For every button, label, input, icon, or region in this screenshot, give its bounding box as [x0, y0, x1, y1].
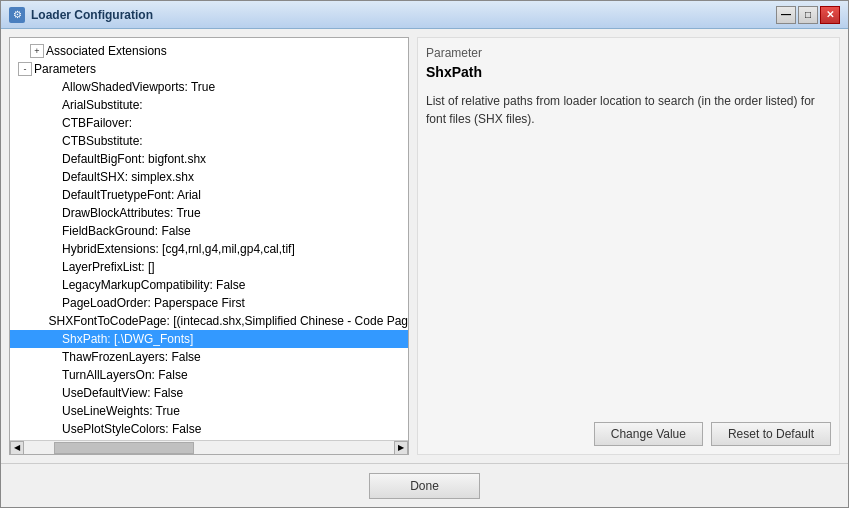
tree-item-label-ctb-failover: CTBFailover:	[62, 116, 132, 130]
param-name: ShxPath	[426, 64, 831, 80]
tree-item-label-shx-font-code: SHXFontToCodePage: [(intecad.shx,Simplif…	[48, 314, 408, 328]
tree-item-label-thaw-frozen: ThawFrozenLayers: False	[62, 350, 201, 364]
window-title: Loader Configuration	[31, 8, 776, 22]
scroll-left-arrow[interactable]: ◀	[10, 441, 24, 455]
tree-item-label-draw-block-attrs: DrawBlockAttributes: True	[62, 206, 201, 220]
tree-item-associated-extensions[interactable]: +Associated Extensions	[10, 42, 408, 60]
scroll-right-arrow[interactable]: ▶	[394, 441, 408, 455]
change-value-button[interactable]: Change Value	[594, 422, 703, 446]
close-button[interactable]: ✕	[820, 6, 840, 24]
tree-item-turn-all-layers[interactable]: TurnAllLayersOn: False	[10, 366, 408, 384]
tree-container[interactable]: +Associated Extensions-ParametersAllowSh…	[10, 38, 408, 440]
tree-item-label-page-load-order: PageLoadOrder: Paperspace First	[62, 296, 245, 310]
main-content: +Associated Extensions-ParametersAllowSh…	[1, 29, 848, 463]
tree-item-label-parameters: Parameters	[34, 62, 96, 76]
tree-item-label-associated-extensions: Associated Extensions	[46, 44, 167, 58]
window-controls: — □ ✕	[776, 6, 840, 24]
tree-item-arial-substitute[interactable]: ArialSubstitute:	[10, 96, 408, 114]
tree-item-thaw-frozen[interactable]: ThawFrozenLayers: False	[10, 348, 408, 366]
tree-item-default-shx[interactable]: DefaultSHX: simplex.shx	[10, 168, 408, 186]
title-bar: ⚙ Loader Configuration — □ ✕	[1, 1, 848, 29]
loader-config-window: ⚙ Loader Configuration — □ ✕ +Associated…	[0, 0, 849, 508]
tree-item-label-arial-substitute: ArialSubstitute:	[62, 98, 143, 112]
tree-item-label-default-shx: DefaultSHX: simplex.shx	[62, 170, 194, 184]
tree-item-shx-path[interactable]: ShxPath: [.\DWG_Fonts]	[10, 330, 408, 348]
tree-item-draw-block-attrs[interactable]: DrawBlockAttributes: True	[10, 204, 408, 222]
tree-item-label-ctb-substitute: CTBSubstitute:	[62, 134, 143, 148]
horizontal-scrollbar[interactable]: ◀ ▶	[10, 440, 408, 454]
bottom-bar: Done	[1, 463, 848, 507]
tree-item-use-default-view[interactable]: UseDefaultView: False	[10, 384, 408, 402]
tree-item-shx-font-code[interactable]: SHXFontToCodePage: [(intecad.shx,Simplif…	[10, 312, 408, 330]
action-buttons: Change Value Reset to Default	[426, 422, 831, 446]
tree-item-legacy-markup[interactable]: LegacyMarkupCompatibility: False	[10, 276, 408, 294]
tree-item-label-hybrid-extensions: HybridExtensions: [cg4,rnl,g4,mil,gp4,ca…	[62, 242, 295, 256]
scroll-thumb[interactable]	[54, 442, 194, 454]
tree-item-hybrid-extensions[interactable]: HybridExtensions: [cg4,rnl,g4,mil,gp4,ca…	[10, 240, 408, 258]
tree-item-ctb-substitute[interactable]: CTBSubstitute:	[10, 132, 408, 150]
param-description: List of relative paths from loader locat…	[426, 92, 831, 128]
maximize-button[interactable]: □	[798, 6, 818, 24]
tree-item-field-background[interactable]: FieldBackGround: False	[10, 222, 408, 240]
tree-item-label-use-plot-style: UsePlotStyleColors: False	[62, 422, 201, 436]
tree-item-label-default-big-font: DefaultBigFont: bigfont.shx	[62, 152, 206, 166]
param-label: Parameter	[426, 46, 831, 60]
parameter-panel: Parameter ShxPath List of relative paths…	[417, 37, 840, 455]
reset-to-default-button[interactable]: Reset to Default	[711, 422, 831, 446]
tree-item-label-use-line-weights: UseLineWeights: True	[62, 404, 180, 418]
tree-item-default-big-font[interactable]: DefaultBigFont: bigfont.shx	[10, 150, 408, 168]
tree-item-default-truetype[interactable]: DefaultTruetypeFont: Arial	[10, 186, 408, 204]
scroll-track	[24, 441, 394, 455]
tree-item-label-layer-prefix: LayerPrefixList: []	[62, 260, 155, 274]
tree-item-label-legacy-markup: LegacyMarkupCompatibility: False	[62, 278, 245, 292]
window-icon: ⚙	[9, 7, 25, 23]
done-button[interactable]: Done	[369, 473, 480, 499]
tree-item-page-load-order[interactable]: PageLoadOrder: Paperspace First	[10, 294, 408, 312]
tree-item-layer-prefix[interactable]: LayerPrefixList: []	[10, 258, 408, 276]
tree-item-use-plot-style[interactable]: UsePlotStyleColors: False	[10, 420, 408, 438]
tree-item-parameters[interactable]: -Parameters	[10, 60, 408, 78]
tree-item-label-default-truetype: DefaultTruetypeFont: Arial	[62, 188, 201, 202]
tree-item-ctb-failover[interactable]: CTBFailover:	[10, 114, 408, 132]
tree-item-label-turn-all-layers: TurnAllLayersOn: False	[62, 368, 188, 382]
tree-item-label-shx-path: ShxPath: [.\DWG_Fonts]	[62, 332, 193, 346]
tree-item-label-allow-shaded: AllowShadedViewports: True	[62, 80, 215, 94]
tree-expander-associated-extensions[interactable]: +	[30, 44, 44, 58]
minimize-button[interactable]: —	[776, 6, 796, 24]
tree-item-label-use-default-view: UseDefaultView: False	[62, 386, 183, 400]
tree-item-label-field-background: FieldBackGround: False	[62, 224, 191, 238]
tree-item-allow-shaded[interactable]: AllowShadedViewports: True	[10, 78, 408, 96]
tree-expander-parameters[interactable]: -	[18, 62, 32, 76]
tree-panel: +Associated Extensions-ParametersAllowSh…	[9, 37, 409, 455]
tree-item-use-line-weights[interactable]: UseLineWeights: True	[10, 402, 408, 420]
